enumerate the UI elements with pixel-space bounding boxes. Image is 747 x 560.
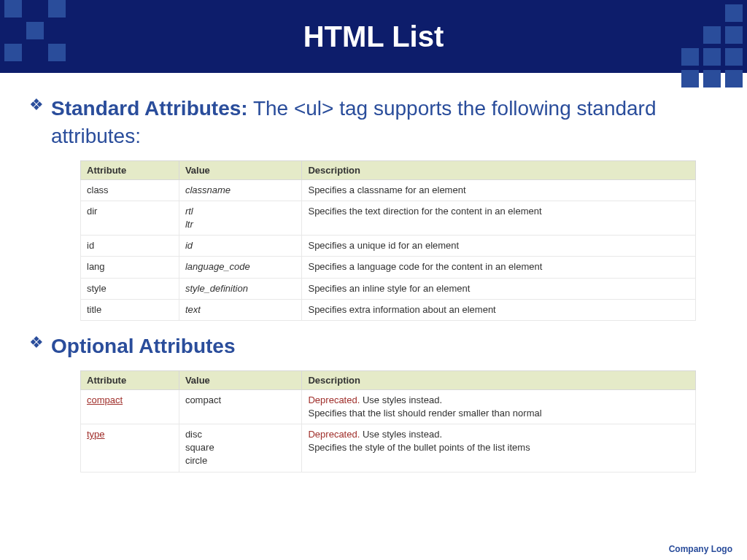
col-header-attribute: Attribute (81, 370, 179, 389)
table-header-row: Attribute Value Description (81, 370, 696, 389)
table-row: stylestyle_definitionSpecifies an inline… (81, 278, 696, 299)
cell-value: rtlltr (179, 201, 302, 235)
table-row: classclassnameSpecifies a classname for … (81, 179, 696, 201)
optional-attributes-table: Attribute Value Description compactcompa… (80, 370, 696, 472)
cell-attribute: class (81, 179, 179, 201)
bullet-label: Standard Attributes: (51, 97, 248, 120)
cell-attribute: id (81, 236, 179, 257)
cell-description: Specifies extra information about an ele… (302, 299, 696, 320)
cell-description: Deprecated. Use styles instead.Specifies… (302, 424, 696, 472)
table-row: typediscsquarecircleDeprecated. Use styl… (81, 424, 696, 472)
slide-header: HTML List (0, 0, 747, 73)
bullet-text: Standard Attributes: The <ul> tag suppor… (51, 95, 718, 150)
bullet-optional-attributes: ❖ Optional Attributes (29, 332, 718, 360)
cell-value: compact (179, 389, 302, 424)
decoration-squares-left (4, 0, 66, 83)
cell-description: Deprecated. Use styles instead.Specifies… (302, 389, 696, 424)
col-header-attribute: Attribute (81, 160, 179, 179)
cell-attribute: title (81, 299, 179, 320)
diamond-bullet-icon: ❖ (29, 95, 44, 116)
deprecated-label: Deprecated. (308, 394, 360, 405)
table-row: compactcompactDeprecated. Use styles ins… (81, 389, 696, 424)
cell-value: id (179, 236, 302, 257)
col-header-description: Description (302, 370, 696, 389)
bullet-label: Optional Attributes (51, 332, 236, 360)
cell-attribute: dir (81, 201, 179, 235)
cell-value: discsquarecircle (179, 424, 302, 472)
cell-description: Specifies a classname for an element (302, 179, 696, 201)
cell-description: Specifies a language code for the conten… (302, 257, 696, 278)
cell-description: Specifies the text direction for the con… (302, 201, 696, 235)
slide-title: HTML List (0, 0, 747, 53)
cell-attribute: style (81, 278, 179, 299)
standard-attributes-table: Attribute Value Description classclassna… (80, 160, 696, 321)
cell-value: text (179, 299, 302, 320)
cell-description: Specifies an inline style for an element (302, 278, 696, 299)
table-row: titletextSpecifies extra information abo… (81, 299, 696, 320)
table-row: langlanguage_codeSpecifies a language co… (81, 257, 696, 278)
deprecated-label: Deprecated. (308, 429, 360, 440)
cell-value: style_definition (179, 278, 302, 299)
table-row: dirrtlltrSpecifies the text direction fo… (81, 201, 696, 235)
cell-value: classname (179, 179, 302, 201)
cell-attribute-link[interactable]: compact (81, 389, 179, 424)
cell-description: Specifies a unique id for an element (302, 236, 696, 257)
col-header-value: Value (179, 370, 302, 389)
slide-content: ❖ Standard Attributes: The <ul> tag supp… (0, 73, 747, 480)
table-header-row: Attribute Value Description (81, 160, 696, 179)
footer-company-logo: Company Logo (669, 544, 732, 554)
table-row: ididSpecifies a unique id for an element (81, 236, 696, 257)
bullet-standard-attributes: ❖ Standard Attributes: The <ul> tag supp… (29, 95, 718, 150)
decoration-squares-right (681, 4, 743, 88)
cell-attribute-link[interactable]: type (81, 424, 179, 472)
cell-value: language_code (179, 257, 302, 278)
col-header-description: Description (302, 160, 696, 179)
col-header-value: Value (179, 160, 302, 179)
cell-attribute: lang (81, 257, 179, 278)
diamond-bullet-icon: ❖ (29, 332, 44, 354)
